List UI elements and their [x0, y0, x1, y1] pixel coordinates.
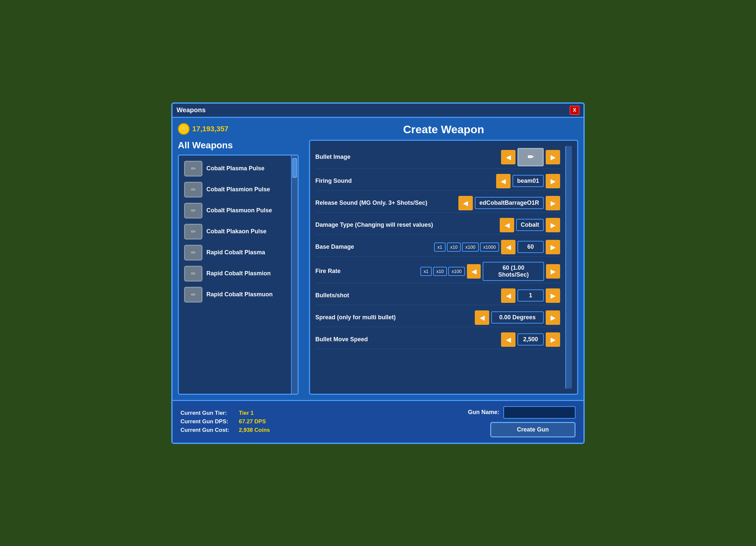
gun-tier-label: Current Gun Tier: [180, 410, 236, 416]
title-bar: Weapons X [173, 104, 583, 118]
weapon-name: Rapid Cobalt Plasmion [206, 270, 271, 277]
weapon-icon: ✏ [184, 182, 202, 198]
gun-dps-row: Current Gun DPS: 67.27 DPS [180, 418, 270, 425]
weapon-item[interactable]: ✏ Cobalt Plakaon Pulse [181, 221, 288, 242]
mult-btn-x10[interactable]: x10 [447, 242, 461, 252]
weapon-name: Cobalt Plakaon Pulse [206, 228, 266, 235]
arrow-right-btn[interactable]: ▶ [546, 264, 560, 279]
arrow-right-btn[interactable]: ▶ [546, 174, 560, 188]
setting-control: ◀ beam01 ▶ [496, 174, 560, 188]
weapon-name: Rapid Cobalt Plasma [206, 249, 265, 256]
gun-tier-value: Tier 1 [239, 410, 254, 416]
main-content: 🪙 17,193,357 All Weapons ✏ Cobalt Plasma… [173, 118, 583, 400]
setting-row-base-damage: Base Damage x1x10x100x1000 ◀ 60 ▶ [315, 238, 560, 257]
arrow-left-btn[interactable]: ◀ [501, 332, 515, 347]
arrow-left-btn[interactable]: ◀ [500, 218, 514, 232]
weapon-item[interactable]: ✏ Cobalt Plasmion Pulse [181, 179, 288, 200]
weapon-icon: ✏ [184, 266, 202, 282]
arrow-left-btn[interactable]: ◀ [475, 310, 489, 325]
arrow-left-btn[interactable]: ◀ [496, 174, 511, 188]
gun-tier-row: Current Gun Tier: Tier 1 [180, 410, 270, 416]
setting-row-spread: Spread (only for multi bullet) ◀ 0.00 De… [315, 308, 560, 327]
arrow-left-btn[interactable]: ◀ [501, 240, 515, 254]
setting-control: x1x10x100x1000 ◀ 60 ▶ [434, 240, 560, 254]
value-display: beam01 [513, 175, 544, 187]
setting-control: ◀ edCobaltBarrageO1R ▶ [458, 196, 560, 210]
setting-row-bullets-per-shot: Bullets/shot ◀ 1 ▶ [315, 286, 560, 305]
weapon-name: Cobalt Plasmion Pulse [206, 186, 270, 193]
setting-label: Base Damage [315, 243, 434, 250]
value-display-image: ✏ [517, 148, 544, 166]
mult-btn-x100[interactable]: x100 [462, 242, 478, 252]
arrow-right-btn[interactable]: ▶ [546, 196, 560, 210]
arrow-right-btn[interactable]: ▶ [546, 288, 560, 303]
weapon-icon: ✏ [184, 287, 202, 303]
weapons-list-container: ✏ Cobalt Plasma Pulse ✏ Cobalt Plasmion … [178, 155, 299, 395]
setting-label: Damage Type (Changing will reset values) [315, 221, 500, 228]
scrollbar-track[interactable] [291, 156, 298, 394]
right-scrollbar[interactable] [565, 146, 572, 389]
setting-control: ◀ 1 ▶ [501, 288, 560, 303]
arrow-right-btn[interactable]: ▶ [546, 150, 560, 164]
arrow-right-btn[interactable]: ▶ [546, 240, 560, 254]
mult-btn-x10[interactable]: x10 [433, 267, 447, 276]
setting-row-release-sound: Release Sound (MG Only. 3+ Shots/Sec) ◀ … [315, 194, 560, 213]
scrollbar-thumb[interactable] [292, 158, 297, 178]
weapon-item[interactable]: ✏ Rapid Cobalt Plasmion [181, 263, 288, 284]
weapon-name: Cobalt Plasma Pulse [206, 165, 264, 172]
section-title: All Weapons [178, 140, 299, 151]
settings-column: Bullet Image ◀ ✏ ▶ Firing Sound ◀ beam01… [315, 146, 560, 389]
multiplier-btns: x1x10x100 [420, 267, 465, 276]
currency-amount: 17,193,357 [192, 125, 228, 133]
value-display: 60 [517, 241, 544, 253]
multiplier-btns: x1x10x100x1000 [434, 242, 499, 252]
setting-label: Firing Sound [315, 178, 496, 184]
mult-btn-x100[interactable]: x100 [448, 267, 465, 276]
mult-btn-x1000[interactable]: x1000 [480, 242, 499, 252]
arrow-right-btn[interactable]: ▶ [546, 310, 560, 325]
value-display: Cobalt [516, 219, 544, 231]
setting-label: Spread (only for multi bullet) [315, 314, 475, 321]
gun-cost-value: 2,938 Coins [239, 427, 270, 433]
value-display: 60 (1.00 Shots/Sec) [483, 262, 544, 281]
gun-name-section: Gun Name: Create Gun [468, 406, 576, 437]
mult-btn-x1[interactable]: x1 [420, 267, 432, 276]
weapon-item[interactable]: ✏ Rapid Cobalt Plasma [181, 242, 288, 263]
weapon-item[interactable]: ✏ Rapid Cobalt Plasmuon [181, 284, 288, 305]
create-area: Bullet Image ◀ ✏ ▶ Firing Sound ◀ beam01… [309, 140, 578, 395]
weapon-icon: ✏ [184, 224, 202, 240]
mult-btn-x1[interactable]: x1 [434, 242, 446, 252]
right-panel: Create Weapon Bullet Image ◀ ✏ ▶ Firing … [304, 118, 583, 400]
weapons-window: Weapons X 🪙 17,193,357 All Weapons ✏ Cob… [171, 102, 585, 444]
setting-label: Bullets/shot [315, 292, 501, 299]
arrow-left-btn[interactable]: ◀ [501, 288, 515, 303]
bottom-bar: Current Gun Tier: Tier 1 Current Gun DPS… [173, 400, 583, 443]
setting-row-damage-type: Damage Type (Changing will reset values)… [315, 216, 560, 235]
gun-name-row: Gun Name: [468, 406, 576, 419]
create-gun-button[interactable]: Create Gun [490, 422, 576, 437]
setting-control: ◀ ✏ ▶ [501, 148, 560, 166]
weapon-item[interactable]: ✏ Cobalt Plasmuon Pulse [181, 200, 288, 221]
arrow-left-btn[interactable]: ◀ [501, 150, 515, 164]
setting-row-bullet-image: Bullet Image ◀ ✏ ▶ [315, 146, 560, 169]
arrow-left-btn[interactable]: ◀ [458, 196, 473, 210]
setting-label: Fire Rate [315, 268, 420, 275]
close-button[interactable]: X [570, 106, 579, 115]
setting-row-firing-sound: Firing Sound ◀ beam01 ▶ [315, 172, 560, 191]
gun-cost-row: Current Gun Cost: 2,938 Coins [180, 427, 270, 433]
arrow-right-btn[interactable]: ▶ [546, 218, 560, 232]
setting-label: Bullet Image [315, 154, 501, 160]
arrow-right-btn[interactable]: ▶ [546, 332, 560, 347]
weapons-list: ✏ Cobalt Plasma Pulse ✏ Cobalt Plasmion … [179, 156, 291, 394]
setting-label: Bullet Move Speed [315, 336, 501, 343]
setting-control: ◀ 0.00 Degrees ▶ [475, 310, 560, 325]
weapon-item[interactable]: ✏ Cobalt Plasma Pulse [181, 158, 288, 179]
value-display: 0.00 Degrees [491, 311, 544, 324]
stats-column: Current Gun Tier: Tier 1 Current Gun DPS… [180, 410, 270, 433]
gun-name-label: Gun Name: [468, 409, 499, 416]
weapon-icon: ✏ [184, 161, 202, 177]
value-display: edCobaltBarrageO1R [475, 197, 544, 209]
arrow-left-btn[interactable]: ◀ [467, 264, 481, 279]
gun-cost-label: Current Gun Cost: [180, 427, 236, 433]
gun-name-input[interactable] [503, 406, 576, 419]
